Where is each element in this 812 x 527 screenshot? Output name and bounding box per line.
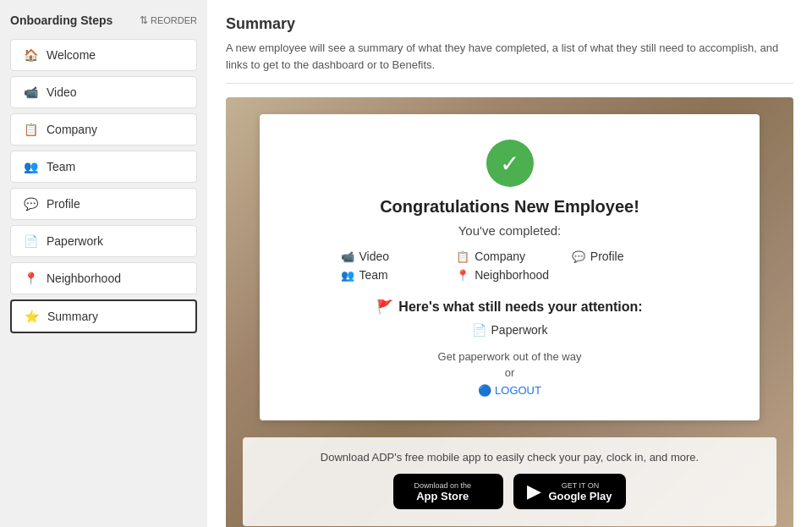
sidebar-item-profile[interactable]: 💬 Profile [10, 188, 197, 220]
profile-completed-icon: 💬 [572, 250, 585, 263]
sidebar-item-label: Team [47, 160, 75, 173]
completed-item-label: Neighborhood [475, 268, 549, 282]
app-store-bottom: App Store [414, 490, 471, 502]
page-description: A new employee will see a summary of wha… [226, 40, 793, 84]
sidebar-item-paperwork[interactable]: 📄 Paperwork [10, 225, 197, 257]
reorder-button[interactable]: ⇅ REORDER [140, 14, 197, 26]
page-title: Summary [226, 15, 793, 33]
logout-link[interactable]: 🔵 LOGOUT [294, 384, 726, 397]
profile-icon: 💬 [23, 197, 38, 211]
logout-icon: 🔵 [478, 384, 491, 397]
sidebar: Onboarding Steps ⇅ REORDER 🏠 Welcome 📹 V… [0, 0, 207, 527]
completed-item-neighborhood: 📍 Neighborhood [456, 268, 563, 282]
attention-section: 🚩 Here's what still needs your attention… [294, 299, 726, 337]
sidebar-item-label: Video [47, 85, 77, 99]
sidebar-item-label: Summary [47, 310, 98, 323]
sidebar-item-welcome[interactable]: 🏠 Welcome [10, 39, 197, 71]
completed-item-label: Video [359, 250, 390, 263]
check-circle-icon: ✓ [486, 140, 534, 187]
download-text: Download ADP's free mobile app to easily… [260, 451, 760, 464]
sidebar-title: Onboarding Steps [10, 14, 112, 27]
sidebar-header: Onboarding Steps ⇅ REORDER [10, 14, 197, 27]
sidebar-item-team[interactable]: 👥 Team [10, 151, 197, 183]
sidebar-item-label: Neighborhood [47, 272, 121, 285]
summary-icon: ⭐ [24, 310, 39, 323]
google-play-bottom: Google Play [548, 490, 612, 502]
sidebar-item-label: Paperwork [47, 234, 103, 248]
app-store-button[interactable]: Download on the App Store [393, 474, 503, 509]
completed-item-team: 👥 Team [341, 268, 448, 282]
attention-item-paperwork: 📄 Paperwork [294, 323, 726, 337]
app-buttons: Download on the App Store ▶ GET IT ON Go… [260, 474, 760, 509]
sidebar-item-label: Company [47, 123, 97, 136]
app-store-top: Download on the [414, 481, 471, 490]
completed-label: You've completed: [294, 223, 726, 238]
completed-item-label: Team [359, 268, 388, 282]
sidebar-item-company[interactable]: 📋 Company [10, 113, 197, 145]
main-content: Summary A new employee will see a summar… [207, 0, 812, 527]
team-completed-icon: 👥 [341, 269, 354, 282]
sidebar-item-label: Welcome [47, 48, 96, 62]
sidebar-item-label: Profile [47, 197, 80, 211]
sidebar-item-summary[interactable]: ⭐ Summary [10, 299, 197, 333]
attention-item-label: Paperwork [491, 323, 548, 337]
video-icon: 📹 [23, 85, 38, 99]
attention-title: 🚩 Here's what still needs your attention… [294, 299, 726, 315]
completed-item-profile: 💬 Profile [572, 250, 679, 263]
or-text: or [294, 366, 726, 379]
completed-item-video: 📹 Video [341, 250, 448, 263]
completed-items-grid: 📹 Video 📋 Company 💬 Profile 👥 Team 📍 [341, 250, 679, 282]
sidebar-item-video[interactable]: 📹 Video [10, 76, 197, 108]
summary-card: ✓ Congratulations New Employee! You've c… [260, 114, 760, 420]
company-completed-icon: 📋 [456, 250, 469, 263]
completed-item-label: Company [475, 250, 525, 263]
welcome-icon: 🏠 [23, 48, 38, 62]
reorder-icon: ⇅ [140, 14, 148, 26]
completed-item-label: Profile [590, 250, 624, 263]
paperwork-icon: 📄 [23, 234, 38, 248]
google-play-button[interactable]: ▶ GET IT ON Google Play [513, 474, 625, 509]
video-completed-icon: 📹 [341, 250, 354, 263]
neighborhood-icon: 📍 [23, 272, 38, 285]
paperwork-attention-icon: 📄 [472, 323, 486, 337]
completed-item-company: 📋 Company [456, 250, 563, 263]
team-icon: 👥 [23, 160, 38, 173]
congrats-title: Congratulations New Employee! [294, 197, 726, 217]
app-download-section: Download ADP's free mobile app to easily… [243, 437, 776, 526]
logout-label: LOGOUT [495, 384, 541, 397]
get-paperwork-text: Get paperwork out of the way [294, 350, 726, 363]
flag-icon: 🚩 [376, 299, 393, 315]
company-icon: 📋 [23, 123, 38, 136]
play-icon: ▶ [527, 480, 541, 502]
sidebar-item-neighborhood[interactable]: 📍 Neighborhood [10, 262, 197, 294]
reorder-label: REORDER [151, 15, 197, 25]
neighborhood-completed-icon: 📍 [456, 269, 469, 282]
preview-wrapper: ✓ Congratulations New Employee! You've c… [226, 97, 793, 527]
google-play-top: GET IT ON [548, 481, 612, 490]
